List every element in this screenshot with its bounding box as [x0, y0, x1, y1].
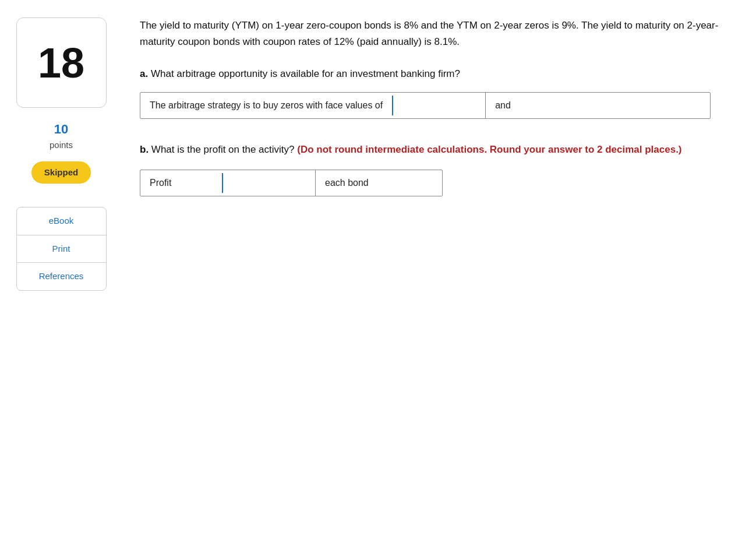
part-a-section: a. What arbitrage opportunity is availab…: [140, 66, 727, 119]
part-b-section: b. What is the profit on the activity? (…: [140, 142, 727, 197]
points-label: points: [50, 139, 73, 152]
part-a-question-text: What arbitrage opportunity is available …: [151, 68, 460, 79]
part-a-input[interactable]: [392, 96, 485, 115]
part-b-question: b. What is the profit on the activity? (…: [140, 142, 727, 157]
profit-row: Profit each bond: [140, 170, 443, 196]
part-b-question-text: What is the profit on the activity?: [151, 144, 297, 155]
part-a-suffix-text: and: [485, 93, 520, 118]
question-text: The yield to maturity (YTM) on 1-year ze…: [140, 17, 727, 50]
left-sidebar: 18 10 points Skipped eBook Print Referen…: [0, 12, 122, 291]
ebook-link[interactable]: eBook: [17, 207, 106, 235]
profit-label: Profit: [140, 170, 222, 196]
resource-box: eBook Print References: [16, 207, 107, 291]
profit-suffix: each bond: [315, 170, 442, 196]
part-a-label: a.: [140, 68, 148, 79]
points-section: 10 points: [50, 119, 73, 152]
main-content: The yield to maturity (YTM) on 1-year ze…: [122, 12, 756, 291]
points-number: 10: [50, 119, 73, 139]
references-link[interactable]: References: [17, 263, 106, 290]
status-badge: Skipped: [31, 161, 91, 184]
part-a-question: a. What arbitrage opportunity is availab…: [140, 66, 727, 82]
part-a-answer-row: The arbitrage strategy is to buy zeros w…: [140, 92, 711, 119]
part-b-warning: (Do not round intermediate calculations.…: [297, 144, 681, 155]
question-number-box: 18: [16, 17, 107, 108]
part-a-prefix-text: The arbitrage strategy is to buy zeros w…: [140, 93, 392, 118]
print-link[interactable]: Print: [17, 235, 106, 263]
part-b-label: b.: [140, 144, 149, 155]
question-number: 18: [38, 31, 84, 94]
profit-input[interactable]: [222, 173, 315, 193]
